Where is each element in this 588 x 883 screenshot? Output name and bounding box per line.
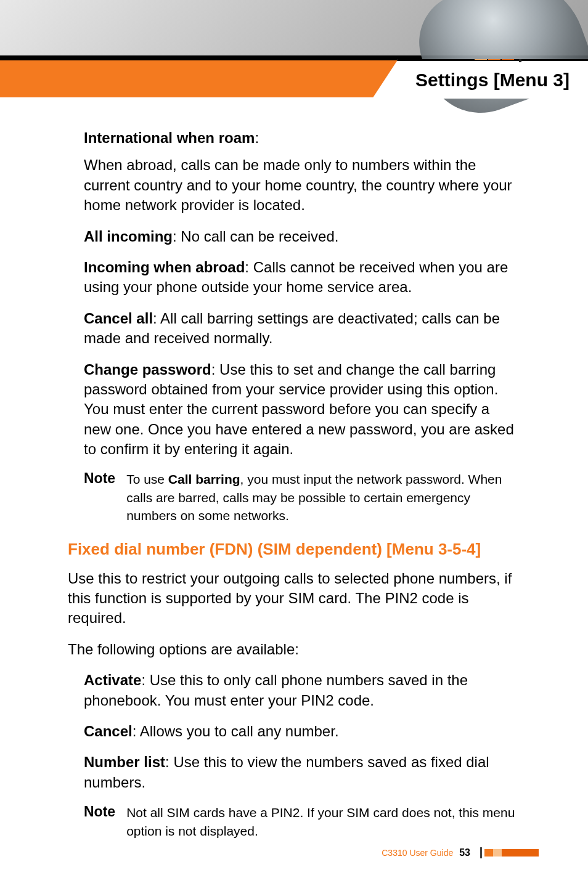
option-cancel: Cancel: Allows you to call any number. [68, 722, 520, 741]
page-title-tab: Settings [Menu 3] [372, 59, 588, 99]
note-bold: Call barring [168, 472, 240, 486]
option-label: Activate [84, 672, 141, 688]
section-para-2: The following options are available: [68, 640, 520, 659]
item-all-incoming: All incoming: No call can be received. [68, 227, 520, 246]
note-pin2: Note Not all SIM cards have a PIN2. If y… [84, 804, 520, 840]
option-number-list: Number list: Use this to view the number… [68, 752, 520, 792]
note-label: Note [84, 470, 115, 524]
section-para-1: Use this to restrict your outgoing calls… [68, 569, 520, 629]
item-suffix: : [153, 310, 160, 327]
note-pre: To use [126, 472, 168, 486]
note-call-barring: Note To use Call barring, you must input… [84, 470, 520, 524]
top-banner [0, 0, 588, 55]
option-activate: Activate: Use this to only call phone nu… [68, 670, 520, 710]
footer-page-number: 53 [459, 847, 470, 858]
option-label: Cancel [84, 723, 133, 739]
footer-guide: C3310 User Guide [382, 848, 453, 858]
note-text: Not all SIM cards have a PIN2. If your S… [126, 804, 520, 840]
item-international-when-roam: International when roam: When abroad, ca… [68, 128, 520, 216]
item-label: International when roam [84, 129, 255, 146]
page-title: Settings [Menu 3] [415, 70, 570, 91]
content-area: International when roam: When abroad, ca… [0, 97, 588, 867]
item-suffix: : [211, 361, 219, 378]
section-title-fdn: Fixed dial number (FDN) (SIM dependent) … [68, 540, 520, 559]
option-label: Number list [84, 754, 165, 770]
item-suffix: : [173, 228, 181, 245]
note-label: Note [84, 804, 115, 840]
item-label: All incoming [84, 228, 173, 245]
item-desc: No call can be received. [181, 228, 338, 245]
item-label: Incoming when abroad [84, 259, 245, 275]
item-desc: When abroad, calls can be made only to n… [84, 155, 520, 215]
item-label: Cancel all [84, 310, 153, 327]
item-change-password: Change password: Use this to set and cha… [68, 360, 520, 460]
item-cancel-all: Cancel all: All call barring settings ar… [68, 309, 520, 349]
note-text: To use Call barring, you must input the … [126, 470, 520, 524]
page-footer: C3310 User Guide 53 [382, 847, 539, 858]
item-suffix: : [255, 129, 259, 146]
option-suffix: : [141, 672, 149, 688]
orange-header-bar: Settings [Menu 3] [0, 60, 588, 97]
item-label: Change password [84, 361, 211, 378]
item-suffix: : [245, 259, 253, 275]
option-suffix: : [165, 754, 173, 770]
option-suffix: : [133, 723, 140, 739]
footer-accent [480, 848, 539, 857]
option-desc: Allows you to call any number. [140, 723, 339, 739]
item-incoming-when-abroad: Incoming when abroad: Calls cannot be re… [68, 258, 520, 298]
